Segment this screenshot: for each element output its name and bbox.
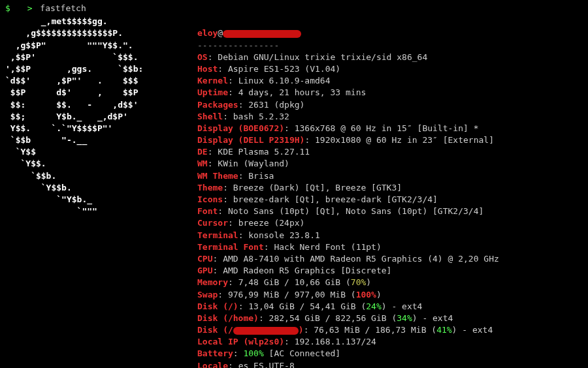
info-value: Aspire ES1-523 (V1.04): [228, 64, 340, 74]
info-value: 4 days, 21 hours, 33 mins: [238, 87, 367, 97]
command-text: fastfetch: [40, 3, 86, 13]
info-key: GPU: [197, 266, 212, 275]
locale-value: es_ES.UTF-8: [238, 361, 295, 368]
info-key: Cursor: [197, 218, 228, 228]
info-key: Icons: [197, 194, 223, 204]
info-key: Display (DELL P2319H): [197, 135, 304, 145]
battery-pct: 100%: [243, 348, 263, 358]
disk-home-value: 282,54 GiB / 822,56 GiB (: [269, 313, 397, 323]
info-key: CPU: [197, 254, 212, 264]
info-value: Brisa: [248, 171, 274, 181]
info-key: Uptime: [197, 87, 228, 97]
distro-ascii-logo: _,met$$$$$gg. ,g$$$$$$$$$$$$$$$P. ,g$$P"…: [5, 16, 182, 217]
info-rows: OS: Debian GNU/Linux trixie trixie/sid x…: [197, 52, 499, 277]
system-info: eloy@ ---------------- OS: Debian GNU/Li…: [197, 16, 499, 368]
info-value: 1366x768 @ 60 Hz in 15″ [Built-in] *: [295, 123, 479, 133]
hostname-redacted: [223, 30, 301, 38]
memory-value: 7,48 GiB / 10,66 GiB (: [238, 277, 351, 287]
info-value: KWin (Wayland): [218, 159, 289, 168]
locale-key: Locale: [197, 361, 228, 368]
info-value: AMD A8-7410 with AMD Radeon R5 Graphics …: [223, 254, 499, 264]
info-key: Packages: [197, 100, 238, 110]
localip-key: Local IP (wlp2s0): [197, 337, 284, 346]
info-value: Noto Sans (10pt) [Qt], Noto Sans (10pt) …: [228, 206, 483, 216]
info-value: Breeze (Dark) [Qt], Breeze [GTK3]: [233, 183, 402, 192]
info-key: OS: [197, 52, 208, 62]
at-sign: @: [218, 28, 223, 38]
disk-root-value: 13,04 GiB / 54,41 GiB (: [248, 301, 366, 311]
command-line[interactable]: $ > fastfetch: [5, 3, 583, 14]
info-key: Theme: [197, 183, 223, 192]
info-value: konsole 23.8.1: [248, 230, 320, 240]
info-value: Hack Nerd Font (11pt): [274, 242, 381, 252]
info-key: Terminal: [197, 230, 238, 240]
info-key: Display (BOE0672): [197, 123, 284, 133]
info-key: Terminal Font: [197, 242, 264, 252]
header-separator: ----------------: [197, 40, 279, 50]
info-key: Host: [197, 64, 218, 74]
info-key: WM Theme: [197, 171, 238, 181]
info-value: breeze-dark [Qt], breeze-dark [GTK2/3/4]: [233, 194, 438, 204]
prompt-gt: >: [27, 3, 33, 13]
fastfetch-output: _,met$$$$$gg. ,g$$$$$$$$$$$$$$$P. ,g$$P"…: [5, 16, 583, 368]
memory-pct: 70%: [351, 277, 366, 287]
disk-redact-key-post: ): [299, 325, 304, 335]
info-key: Font: [197, 206, 218, 216]
disk-root-key: Disk (/): [197, 301, 238, 311]
swap-pct: 100%: [356, 290, 376, 299]
disk-redact-key-pre: Disk (/: [197, 325, 233, 335]
disk-redact-value: 76,63 MiB / 186,73 MiB (: [314, 325, 436, 335]
info-value: Linux 6.10.9-amd64: [238, 76, 331, 85]
info-value: 2631 (dpkg): [248, 100, 304, 110]
info-key: Shell: [197, 112, 223, 121]
disk-redact-pct: 41%: [436, 325, 451, 335]
info-value: AMD Radeon R5 Graphics [Discrete]: [223, 266, 391, 275]
disk-home-key: Disk (/home): [197, 313, 259, 323]
memory-key: Memory: [197, 277, 228, 287]
swap-key: Swap: [197, 290, 218, 299]
disk-path-redacted: [233, 327, 299, 335]
disk-root-pct: 24%: [366, 301, 381, 311]
swap-value: 976,99 MiB / 977,00 MiB (: [228, 290, 356, 299]
info-value: Debian GNU/Linux trixie trixie/sid x86_6…: [218, 52, 427, 62]
info-value: 1920x1080 @ 60 Hz in 23″ [External]: [315, 135, 494, 145]
username: eloy: [197, 28, 218, 38]
prompt-dollar: $: [5, 3, 10, 13]
info-key: WM: [197, 159, 208, 168]
info-value: bash 5.2.32: [233, 112, 289, 121]
battery-post: [AC Connected]: [264, 348, 340, 358]
battery-key: Battery: [197, 348, 233, 358]
localip-value: 192.168.1.137/24: [295, 337, 376, 346]
info-key: DE: [197, 147, 208, 157]
info-value: KDE Plasma 5.27.11: [218, 147, 310, 157]
disk-home-pct: 34%: [397, 313, 412, 323]
info-key: Kernel: [197, 76, 228, 85]
info-value: breeze (24px): [238, 218, 305, 228]
